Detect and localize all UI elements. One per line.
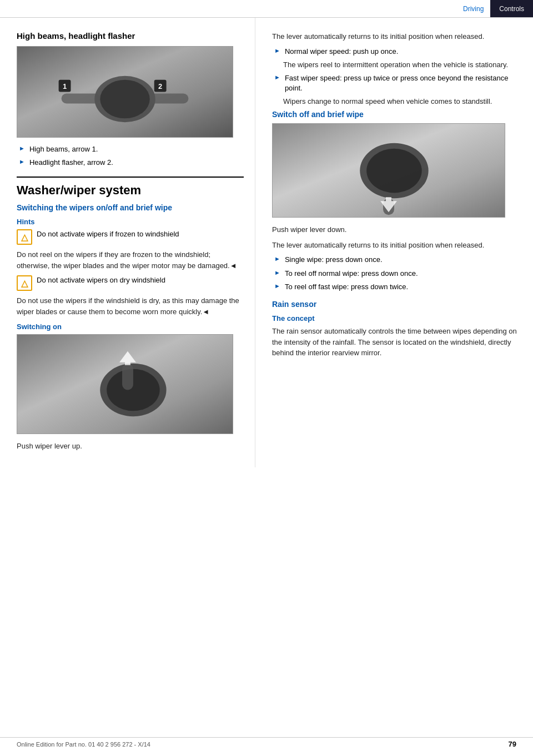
main-content: High beams, headlight flasher [0,18,533,467]
normal-wiper-bullet: ► Normal wiper speed: push up once. [272,47,522,57]
reel-off-normal-label: To reel off normal wipe: press down once… [285,269,418,279]
fast-wiper-label: Fast wiper speed: press up twice or pres… [285,73,522,93]
push-lever-down: Push wiper lever down. [272,224,522,235]
footer-text: Online Edition for Part no. 01 40 2 956 … [17,741,150,748]
switch-off-image [272,123,505,218]
concept-para: The rain sensor automatically controls t… [272,326,522,359]
section-washer-wiper: Washer/wiper system Switching the wipers… [17,177,244,452]
switching-on-image [17,334,233,434]
washer-wiper-title: Washer/wiper system [17,177,244,198]
warning-icon-1: △ [17,229,32,245]
lever-returns-para: The lever automatically returns to its i… [272,240,522,251]
concept-title: The concept [272,314,522,322]
single-wipe-bullet: ► Single wipe: press down once. [272,255,522,265]
reel-off-fast-label: To reel off fast wipe: press down twice. [285,282,408,292]
warning2-para: Do not use the wipers if the windshield … [17,295,244,317]
high-beams-title: High beams, headlight flasher [17,31,244,41]
bullet-arrow-icon: ► [274,74,280,80]
warning1-para: Do not reel on the wipers if they are fr… [17,249,244,271]
svg-rect-12 [122,364,133,390]
header-driving-label: Driving [456,5,490,13]
left-column: High beams, headlight flasher [0,18,255,467]
svg-point-16 [366,149,422,193]
push-lever-up: Push wiper lever up. [17,441,244,452]
svg-point-2 [100,80,150,119]
svg-rect-4 [150,94,189,104]
bullet-arrow-icon: ► [274,283,280,289]
switching-wipers-title: Switching the wipers on/off and brief wi… [17,203,244,212]
normal-wiper-sub: The wipers reel to intermittent operatio… [272,60,522,70]
rain-sensor-title: Rain sensor [272,300,522,309]
header-controls-label: Controls [490,0,533,17]
high-beams-bullet2: ► Headlight flasher, arrow 2. [17,158,244,168]
bullet-arrow-icon: ► [274,255,280,262]
warning-box-2: △ Do not activate wipers on dry windshie… [17,275,244,291]
bullet2-text: Headlight flasher, arrow 2. [29,158,113,168]
switching-on-title: Switching on [17,322,244,331]
svg-text:1: 1 [63,82,67,90]
page-footer: Online Edition for Part no. 01 40 2 956 … [0,737,533,750]
high-beams-bullet1: ► High beams, arrow 1. [17,144,244,154]
page-number: 79 [509,740,516,748]
high-beams-image: 1 2 [17,46,233,138]
switch-off-title: Switch off and brief wipe [272,110,522,119]
fast-wiper-sub: Wipers change to normal speed when vehic… [272,97,522,107]
bullet-arrow-icon: ► [274,47,280,54]
right-column: The lever automatically returns to its i… [255,18,533,467]
section-high-beams: High beams, headlight flasher [17,31,244,168]
warning2-text: Do not activate wipers on dry windshield [37,275,244,285]
bullet-arrow-icon: ► [19,158,25,165]
warning-box-1: △ Do not activate wipers if frozen to wi… [17,229,244,245]
intro-para: The lever automatically returns to its i… [272,31,522,42]
page-header: Driving Controls [0,0,533,18]
reel-off-fast-bullet: ► To reel off fast wipe: press down twic… [272,282,522,292]
bullet-arrow-icon: ► [274,269,280,276]
bullet-arrow-icon: ► [19,145,25,152]
svg-rect-3 [62,94,100,104]
reel-off-normal-bullet: ► To reel off normal wipe: press down on… [272,269,522,279]
single-wipe-label: Single wipe: press down once. [285,255,383,265]
warning1-text: Do not activate wipers if frozen to wind… [37,229,244,239]
hints-title: Hints [17,218,244,226]
bullet1-text: High beams, arrow 1. [29,144,98,154]
warning-icon-2: △ [17,275,32,291]
fast-wiper-bullet: ► Fast wiper speed: press up twice or pr… [272,73,522,93]
svg-text:2: 2 [158,82,162,90]
normal-wiper-label: Normal wiper speed: push up once. [285,47,399,57]
